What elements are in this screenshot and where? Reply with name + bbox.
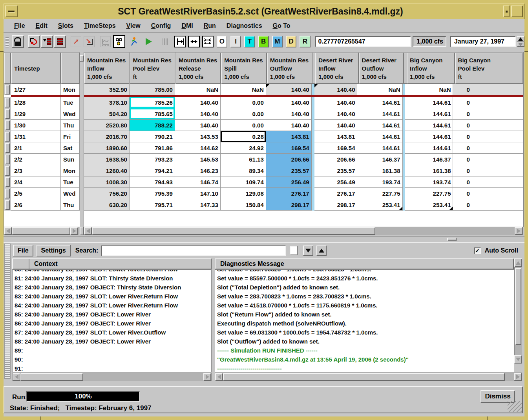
search-input[interactable]	[101, 245, 286, 256]
row-handle[interactable]	[5, 189, 10, 198]
shrink-slot-button[interactable]	[84, 36, 94, 47]
timestep-date-cell[interactable]: 2/4	[11, 176, 61, 188]
row-handle[interactable]	[5, 143, 10, 153]
menu-file[interactable]: File	[14, 22, 25, 29]
value-cell[interactable]: 352.90	[84, 84, 130, 95]
context-row[interactable]: 87: 24:00 January 28, 1997 SLOT: Lower R…	[13, 328, 211, 337]
hscroll-left-arrow[interactable]	[84, 227, 92, 235]
hscroll-thumb[interactable]	[223, 373, 505, 381]
value-cell[interactable]: 144.61	[405, 131, 453, 142]
value-cell[interactable]: 150.84	[221, 199, 266, 211]
value-cell[interactable]: NaN	[357, 84, 402, 95]
value-cell[interactable]: 235.57	[314, 165, 358, 176]
timestep-day-cell[interactable]: Thu	[61, 199, 80, 211]
timestep-date-cell[interactable]: 2/1	[11, 142, 61, 154]
diagnostics-file-button[interactable]: File	[13, 245, 33, 256]
data-pane-hscrollbar[interactable]	[84, 227, 523, 235]
swap-rows-columns-button[interactable]	[28, 35, 40, 48]
value-cell[interactable]: 793.23	[130, 154, 175, 165]
value-cell[interactable]: 144.61	[357, 97, 402, 108]
value-cell[interactable]: 140.40	[314, 97, 358, 108]
value-cell[interactable]: 253.41	[405, 199, 453, 211]
timestep-column-header[interactable]: Timestep	[11, 53, 61, 84]
timestep-date-cell[interactable]: 1/29	[11, 108, 61, 120]
value-cell[interactable]: 504.20	[84, 108, 130, 120]
value-cell[interactable]: 790.21	[130, 131, 175, 142]
run-control-button[interactable]	[128, 35, 140, 48]
context-row[interactable]: 85: 24:00 January 28, 1997 OBJECT: Lower…	[13, 310, 211, 319]
value-cell[interactable]: 1260.40	[84, 165, 130, 176]
value-cell[interactable]: 140.40	[175, 97, 221, 108]
value-cell[interactable]: 89.34	[221, 165, 266, 176]
message-list[interactable]: Set value = 283.700823 * 1.0cms = 283.70…	[215, 269, 514, 372]
value-cell[interactable]: 0	[453, 199, 523, 211]
value-cell[interactable]: 140.40	[266, 108, 312, 120]
col-header-mountain-res-pool-elev-ft[interactable]: Mountain ResPool Elevft	[130, 53, 175, 84]
value-cell[interactable]: 169.54	[266, 142, 312, 154]
value-cell[interactable]: 227.75	[405, 188, 453, 199]
timestep-day-cell[interactable]: Wed	[61, 108, 80, 120]
value-cell[interactable]: 140.40	[175, 120, 221, 131]
value-cell[interactable]: 794.21	[130, 165, 175, 176]
window-minimize-button[interactable]	[503, 5, 510, 17]
value-cell[interactable]: 253.41	[357, 199, 402, 211]
menu-slots[interactable]: Slots	[58, 22, 73, 29]
value-cell[interactable]: 206.66	[266, 154, 312, 165]
value-cell[interactable]: NaN	[175, 84, 221, 95]
value-cell[interactable]: 1638.50	[84, 154, 130, 165]
row-handle[interactable]	[5, 177, 10, 187]
timestep-day-cell[interactable]: Thu	[61, 120, 80, 131]
value-cell[interactable]: 794.93	[130, 176, 175, 188]
value-cell[interactable]: 795.39	[130, 188, 175, 199]
resize-all-columns-button[interactable]	[202, 36, 214, 47]
col-header-desert-river-inflow-1-000-cfs[interactable]: Desert RiverInflow1,000 cfs	[315, 53, 358, 84]
message-row[interactable]: ---------------------------------	[215, 364, 514, 372]
value-cell[interactable]: 795.71	[130, 199, 175, 211]
hscroll-right-arrow[interactable]	[514, 373, 522, 381]
start-run-button[interactable]	[142, 35, 154, 48]
panel-divider-handle[interactable]	[447, 238, 457, 241]
value-cell[interactable]: 0	[453, 142, 523, 154]
value-cell[interactable]: 146.74	[175, 176, 221, 188]
row-handle[interactable]	[5, 200, 10, 210]
timestep-day-cell[interactable]: Mon	[61, 84, 80, 95]
value-cell[interactable]: 0	[453, 84, 523, 95]
value-cell[interactable]: 0.00	[221, 97, 266, 108]
value-cell[interactable]: 235.57	[266, 165, 312, 176]
flag-i-button[interactable]: I	[230, 36, 241, 47]
expand-slot-button[interactable]	[71, 36, 81, 47]
message-row[interactable]: Set value = 283.700823 * 1.0cms = 283.70…	[215, 292, 514, 301]
flag-b-button[interactable]: B	[258, 36, 269, 47]
message-vscrollbar[interactable]	[514, 258, 522, 364]
search-up-button[interactable]	[316, 245, 327, 256]
value-cell[interactable]: 144.61	[357, 120, 402, 131]
row-handle[interactable]	[5, 120, 10, 130]
context-row[interactable]: 89:	[13, 346, 211, 355]
value-cell[interactable]: 0	[453, 188, 523, 199]
context-row[interactable]: 86: 24:00 January 28, 1997 OBJECT: Lower…	[13, 319, 211, 328]
hscroll-left-arrow[interactable]	[215, 373, 223, 381]
value-cell[interactable]: 1890.60	[84, 142, 130, 154]
value-cell[interactable]: 0	[453, 120, 523, 131]
hscroll-right-arrow[interactable]	[515, 227, 523, 235]
value-cell[interactable]: 146.37	[357, 154, 402, 165]
date-field[interactable]: January 27, 1997	[450, 36, 516, 47]
hscroll-left-arrow[interactable]	[4, 227, 12, 235]
col-header-mountain-res-spill-1-000-cfs[interactable]: Mountain ResSpill1,000 cfs	[221, 53, 267, 84]
value-cell[interactable]: 0.00	[221, 108, 266, 120]
timestep-date-cell[interactable]: 1/31	[11, 131, 61, 142]
auto-scroll-checkbox[interactable]: ✓	[474, 247, 481, 254]
col-header-mountain-res-inflow-1-000-cfs[interactable]: Mountain ResInflow1,000 cfs	[84, 53, 130, 84]
timestep-day-cell[interactable]: Fri	[61, 131, 80, 142]
value-cell[interactable]: 144.61	[357, 108, 402, 120]
timestep-day-cell[interactable]: Tue	[61, 97, 80, 108]
context-row[interactable]: 88: 24:00 January 28, 1997 OBJECT: Lower…	[13, 337, 211, 346]
value-cell[interactable]: 145.53	[175, 154, 221, 165]
message-row[interactable]: Executing dispatch method (solveNROutflo…	[215, 319, 514, 328]
timestep-date-cell[interactable]: 1/27	[11, 84, 61, 95]
vscroll-thumb[interactable]	[515, 268, 521, 345]
message-row[interactable]: Set value = 41518.070000 * 1.0cfs = 1175…	[215, 301, 514, 310]
hscroll-thumb[interactable]	[20, 373, 83, 381]
value-cell[interactable]: 143.81	[266, 131, 312, 142]
context-row[interactable]: 90:	[13, 355, 211, 364]
